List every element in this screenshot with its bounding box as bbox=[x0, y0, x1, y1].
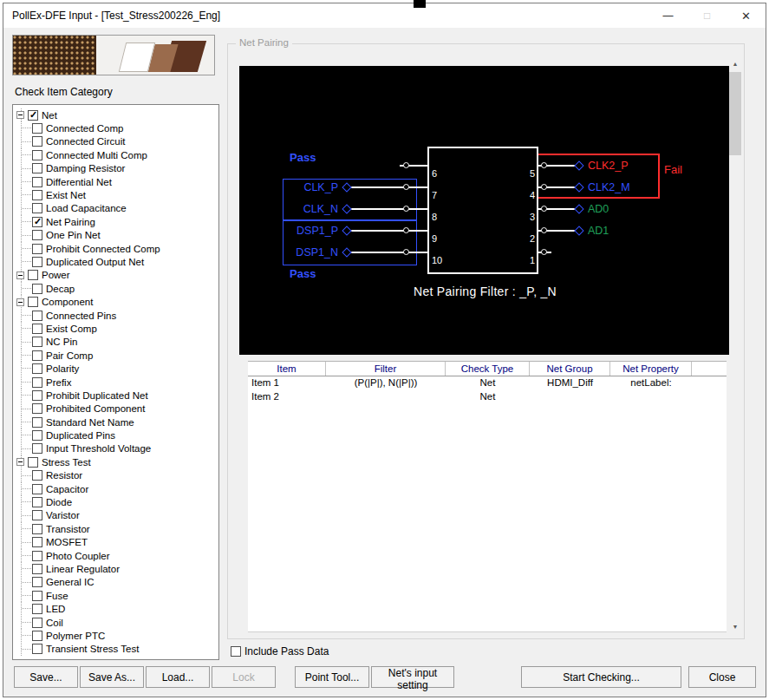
tree-item-power[interactable]: Power bbox=[15, 269, 218, 282]
tree-item-coil[interactable]: Coil bbox=[15, 616, 218, 629]
expand-collapse-icon[interactable] bbox=[16, 111, 24, 119]
tree-item-checkbox[interactable] bbox=[32, 150, 42, 160]
tree-item-checkbox[interactable] bbox=[32, 644, 42, 654]
tree-item-checkbox[interactable] bbox=[32, 484, 42, 494]
tree-item-connected-circuit[interactable]: Connected Circuit bbox=[15, 135, 218, 148]
tree-item-linear-regulator[interactable]: Linear Regulator bbox=[15, 562, 218, 575]
maximize-icon[interactable]: □ bbox=[688, 3, 727, 28]
tree-item-checkbox[interactable] bbox=[32, 604, 42, 614]
column-header-check-type[interactable]: Check Type bbox=[446, 362, 530, 376]
tree-item-polarity[interactable]: Polarity bbox=[15, 362, 218, 375]
expand-collapse-icon[interactable] bbox=[16, 271, 24, 279]
tree-item-prohibit-duplicated-net[interactable]: Prohibit Duplicated Net bbox=[15, 389, 218, 402]
tree-item-checkbox[interactable] bbox=[32, 377, 42, 388]
tree-item-transient-stress-test[interactable]: Transient Stress Test bbox=[15, 643, 218, 656]
tree-item-checkbox[interactable] bbox=[32, 123, 42, 134]
tree-item-capacitor[interactable]: Capacitor bbox=[15, 482, 218, 495]
tree-item-checkbox[interactable] bbox=[32, 337, 42, 347]
scroll-down-icon[interactable]: ▼ bbox=[729, 621, 741, 633]
tree-item-diode[interactable]: Diode bbox=[15, 495, 218, 508]
tree-item-checkbox[interactable] bbox=[32, 564, 42, 574]
tree-item-checkbox[interactable] bbox=[32, 443, 42, 454]
tree-item-checkbox[interactable] bbox=[32, 257, 42, 267]
tree-item-checkbox[interactable] bbox=[28, 457, 38, 468]
tree-item-stress-test[interactable]: Stress Test bbox=[15, 455, 218, 468]
tree-item-checkbox[interactable] bbox=[32, 497, 42, 507]
tree-item-standard-net-name[interactable]: Standard Net Name bbox=[15, 415, 218, 429]
vertical-scrollbar[interactable]: ▲ ▼ bbox=[729, 58, 741, 633]
tree-item-connected-multi-comp[interactable]: Connected Multi Comp bbox=[15, 148, 218, 161]
tree-item-checkbox[interactable] bbox=[32, 190, 42, 200]
nets-input-setting-button[interactable]: Net's input setting bbox=[371, 666, 454, 688]
expand-collapse-icon[interactable] bbox=[16, 458, 24, 466]
tree-item-polymer-ptc[interactable]: Polymer PTC bbox=[15, 629, 218, 642]
tree-item-prefix[interactable]: Prefix bbox=[15, 376, 218, 389]
tree-item-checkbox[interactable] bbox=[32, 618, 42, 628]
tree-item-exist-net[interactable]: Exist Net bbox=[15, 188, 218, 201]
load-button[interactable]: Load... bbox=[146, 666, 210, 688]
tree-item-resistor[interactable]: Resistor bbox=[15, 469, 218, 482]
tree-item-checkbox[interactable] bbox=[32, 470, 42, 481]
tree-item-checkbox[interactable] bbox=[32, 203, 42, 213]
tree-item-differential-net[interactable]: Differential Net bbox=[15, 175, 218, 188]
tree-item-checkbox[interactable] bbox=[32, 217, 42, 227]
column-header-filter[interactable]: Filter bbox=[326, 362, 446, 376]
tree-item-connected-comp[interactable]: Connected Comp bbox=[15, 121, 218, 134]
tree-item-decap[interactable]: Decap bbox=[15, 282, 218, 295]
point-tool-button[interactable]: Point Tool... bbox=[295, 666, 369, 688]
tree-item-prohibited-component[interactable]: Prohibited Component bbox=[15, 402, 218, 415]
column-header-net-property[interactable]: Net Property bbox=[610, 362, 692, 376]
tree-item-general-ic[interactable]: General IC bbox=[15, 576, 218, 589]
tree-item-checkbox[interactable] bbox=[28, 270, 38, 280]
tree-item-checkbox[interactable] bbox=[32, 350, 42, 361]
tree-item-led[interactable]: LED bbox=[15, 602, 218, 615]
tree-item-checkbox[interactable] bbox=[32, 363, 42, 374]
table-row[interactable]: Item 2Net bbox=[248, 390, 727, 404]
column-header-net-group[interactable]: Net Group bbox=[530, 362, 610, 376]
tree-item-exist-comp[interactable]: Exist Comp bbox=[15, 322, 218, 335]
tree-item-connected-pins[interactable]: Connected Pins bbox=[15, 309, 218, 322]
tree-item-checkbox[interactable] bbox=[32, 551, 42, 561]
tree-item-checkbox[interactable] bbox=[32, 177, 42, 187]
tree-item-damping-resistor[interactable]: Damping Resistor bbox=[15, 162, 218, 175]
tree-item-checkbox[interactable] bbox=[32, 163, 42, 173]
close-icon[interactable]: ✕ bbox=[727, 3, 766, 28]
tree-item-checkbox[interactable] bbox=[32, 417, 42, 428]
start-checking-button[interactable]: Start Checking... bbox=[521, 666, 681, 688]
tree-item-checkbox[interactable] bbox=[32, 537, 42, 547]
tree-item-checkbox[interactable] bbox=[32, 430, 42, 441]
tree-item-load-capacitance[interactable]: Load Capacitance bbox=[15, 202, 218, 215]
save-button[interactable]: Save... bbox=[14, 666, 78, 688]
tree-item-mosfet[interactable]: MOSFET bbox=[15, 536, 218, 549]
tree-item-checkbox[interactable] bbox=[32, 324, 42, 334]
tree-item-checkbox[interactable] bbox=[32, 510, 42, 520]
tree-item-duplicated-pins[interactable]: Duplicated Pins bbox=[15, 429, 218, 442]
tree-item-transistor[interactable]: Transistor bbox=[15, 522, 218, 535]
tree-item-checkbox[interactable] bbox=[28, 110, 38, 121]
table-row[interactable]: Item 1(P(|P|), N(|P|))NetHDMI_DiffnetLab… bbox=[248, 376, 727, 390]
close-button[interactable]: Close bbox=[688, 666, 756, 688]
tree-item-checkbox[interactable] bbox=[28, 297, 38, 307]
scroll-up-icon[interactable]: ▲ bbox=[729, 58, 741, 70]
tree-item-photo-coupler[interactable]: Photo Coupler bbox=[15, 549, 218, 562]
minimize-icon[interactable]: — bbox=[648, 3, 688, 28]
tree-item-nc-pin[interactable]: NC Pin bbox=[15, 336, 218, 349]
tree-item-checkbox[interactable] bbox=[32, 284, 42, 294]
tree-item-pair-comp[interactable]: Pair Comp bbox=[15, 349, 218, 362]
tree-item-input-threshold-voltage[interactable]: Input Threshold Voltage bbox=[15, 442, 218, 455]
tree-item-net[interactable]: Net bbox=[15, 108, 218, 121]
check-item-tree[interactable]: NetConnected CompConnected CircuitConnec… bbox=[12, 104, 219, 660]
tree-item-duplicated-output-net[interactable]: Duplicated Output Net bbox=[15, 255, 218, 268]
tree-item-net-pairing[interactable]: Net Pairing bbox=[15, 215, 218, 228]
tree-item-checkbox[interactable] bbox=[32, 524, 42, 534]
tree-item-varistor[interactable]: Varistor bbox=[15, 509, 218, 522]
tree-item-fuse[interactable]: Fuse bbox=[15, 589, 218, 602]
tree-item-checkbox[interactable] bbox=[32, 591, 42, 601]
tree-item-checkbox[interactable] bbox=[32, 390, 42, 401]
tree-item-prohibit-connected-comp[interactable]: Prohibit Connected Comp bbox=[15, 242, 218, 255]
tree-item-one-pin-net[interactable]: One Pin Net bbox=[15, 229, 218, 242]
tree-item-checkbox[interactable] bbox=[32, 230, 42, 240]
include-pass-checkbox[interactable] bbox=[231, 646, 241, 657]
save-as-button[interactable]: Save As... bbox=[80, 666, 144, 688]
expand-collapse-icon[interactable] bbox=[16, 298, 24, 306]
